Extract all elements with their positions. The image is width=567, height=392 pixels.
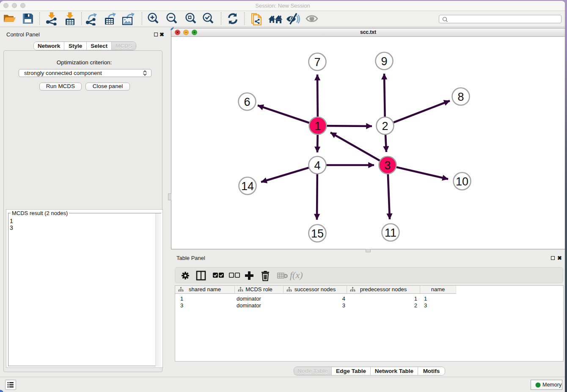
svg-text:1: 1 <box>314 120 321 133</box>
svg-text:7: 7 <box>314 56 320 69</box>
svg-text:11: 11 <box>385 226 396 239</box>
svg-text:3: 3 <box>384 159 391 172</box>
svg-text:15: 15 <box>311 227 324 240</box>
svg-text:6: 6 <box>244 96 250 108</box>
svg-text:9: 9 <box>381 55 387 68</box>
svg-text:10: 10 <box>456 175 468 188</box>
svg-text:14: 14 <box>241 180 254 193</box>
svg-text:8: 8 <box>457 91 464 103</box>
svg-text:4: 4 <box>314 159 320 172</box>
svg-text:2: 2 <box>382 120 388 133</box>
